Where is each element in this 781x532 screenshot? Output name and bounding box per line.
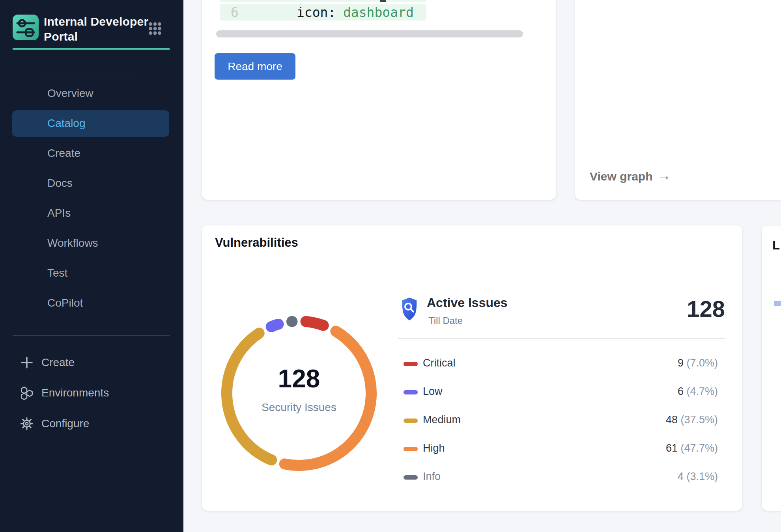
code-glyph-fragment [380,0,386,2]
code-line-number: 6 [231,4,239,20]
legend-label: High [423,442,445,454]
sidebar-item-configure[interactable]: Configure [41,417,89,430]
app-root: Internal Developer Portal Overview Catal… [0,0,781,532]
nav-divider [13,335,170,336]
legend-percent: (3.1%) [686,471,718,482]
legend-count: 6 [678,385,684,397]
legend-row-critical: Critical 9 (7.0%) [398,356,725,372]
legend-label: Info [423,471,441,483]
partial-card: L [762,226,781,511]
donut-svg [216,311,382,476]
apps-grid-icon[interactable] [148,22,162,35]
medium-swatch [404,419,418,423]
code-value-token: dashboard [343,4,414,20]
legend-row-low: Low 6 (4.7%) [398,384,725,400]
horizontal-scrollbar[interactable] [216,30,523,37]
critical-swatch [404,362,418,366]
legend-percent: (37.5%) [680,414,718,426]
sidebar-item-apis[interactable]: APIs [47,206,71,220]
sliders-logo-icon [13,15,39,40]
donut-total: 128 [216,364,382,393]
legend-label: Low [423,385,443,398]
legend-percent: (7.0%) [686,357,718,369]
read-more-button[interactable]: Read more [215,53,295,80]
donut-label: Security Issues [216,401,382,414]
divider [398,338,725,339]
high-swatch [404,447,418,451]
active-issues-title: Active Issues [427,296,508,310]
plus-icon [20,356,34,369]
view-graph-label: View graph [590,170,653,183]
sidebar-accent-rule [13,48,170,50]
legend-row-medium: Medium 48 (37.5%) [398,413,725,428]
donut-segment-medium [227,333,271,460]
nav-divider [38,76,138,76]
arrow-right-icon: → [658,168,671,183]
legend-count: 48 [666,414,678,426]
active-issues-total: 128 [557,296,725,322]
legend-label: Critical [423,357,456,369]
legend-count: 4 [678,471,684,482]
portal-logo[interactable] [13,15,39,40]
donut-segment-low [271,324,278,327]
partial-card-title: L [772,238,780,253]
sidebar-item-workflows[interactable]: Workflows [47,236,98,250]
graph-card: View graph → [575,0,781,200]
legend-percent: (4.7%) [686,385,718,397]
sidebar-item-docs[interactable]: Docs [47,177,73,190]
code-key-token: icon: [297,4,336,20]
till-date-subtitle: Till Date [428,315,463,326]
legend-count: 9 [678,357,684,369]
shield-search-icon [401,297,418,323]
brand-title: Internal Developer Portal [44,14,153,44]
sidebar-item-create-footer[interactable]: Create [41,356,75,369]
low-swatch [404,390,418,394]
gear-icon [20,417,34,430]
code-line-6: 6 icon: dashboard [220,4,426,20]
sidebar-item-create[interactable]: Create [47,147,80,160]
partial-bar-segment [774,301,781,306]
sidebar-item-catalog[interactable]: Catalog [47,117,86,130]
view-graph-link[interactable]: View graph → [590,169,671,184]
sidebar-item-environments[interactable]: Environments [41,386,109,400]
security-donut-chart [216,311,382,476]
sidebar-item-overview[interactable]: Overview [47,87,93,100]
code-snippet-card: 6 icon: dashboard Read more [202,0,556,200]
donut-segment-high [285,331,371,465]
legend-percent: (47.7%) [680,442,718,454]
info-swatch [404,475,418,480]
card-title: Vulnerabilities [215,236,298,250]
sidebar: Internal Developer Portal Overview Catal… [0,0,183,532]
hexagons-icon [20,386,34,400]
legend-row-info: Info 4 (3.1%) [398,469,725,485]
legend-row-high: High 61 (47.7%) [398,441,725,457]
code-line-partial [220,0,426,2]
legend-count: 61 [666,442,678,454]
sidebar-item-test[interactable]: Test [47,266,67,280]
vulnerabilities-card: Vulnerabilities 128 Security Issues Acti… [202,225,742,511]
legend-label: Medium [423,414,461,426]
donut-segment-critical [306,322,323,326]
sidebar-item-copilot[interactable]: CoPilot [47,296,83,310]
active-nav-highlight [12,110,169,137]
